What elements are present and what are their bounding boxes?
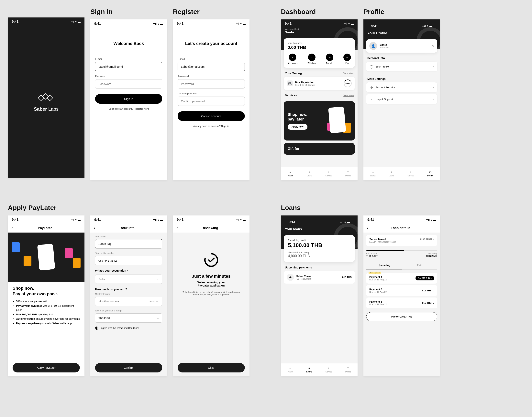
view-more-link[interactable]: View More	[343, 72, 354, 74]
signin-button[interactable]: Sign in	[95, 94, 162, 104]
promo-card-shop-now[interactable]: Shop now,pay later Apply now	[284, 101, 355, 140]
list-item-help-support[interactable]: ? Help & Support ›	[366, 94, 437, 104]
wifi-icon: ◊	[240, 218, 242, 221]
tab-loans[interactable]: ◈Loans	[307, 170, 312, 177]
payoff-button[interactable]: Pay off 2,583 THB	[366, 312, 437, 321]
pay-button[interactable]: Pay 846 THB ⌄	[415, 276, 434, 281]
signal-icon: ••ıl	[426, 218, 430, 221]
signal-icon: ••ıl	[344, 22, 347, 25]
back-button[interactable]: ‹	[94, 226, 95, 230]
tab-service[interactable]: ≡Service	[407, 170, 414, 177]
payment-row-5: Payment 5 Due on 19 Aug 22 816 THB ⌄	[366, 285, 437, 296]
playstation-icon: 🎮	[287, 81, 293, 86]
status-time: 9:41	[12, 20, 19, 24]
status-icons: ••ıl ◊ ▬	[71, 20, 81, 23]
status-bar: 9:41 ••ıl◊▬	[90, 20, 167, 27]
profile-name: Santa	[380, 43, 429, 46]
wifi-icon: ◊	[158, 22, 159, 25]
name-label: Your name	[95, 235, 162, 238]
plus-icon: +	[289, 53, 296, 61]
tab-loans[interactable]: ◈Loans	[389, 170, 394, 177]
battery-icon: ▬	[351, 22, 354, 25]
tab-profile[interactable]: ◯Profile	[427, 170, 433, 177]
loan-details-link[interactable]: Loan details ⌄	[420, 238, 434, 240]
create-account-button[interactable]: Create account	[178, 111, 245, 121]
tab-profile[interactable]: ◯Profile	[345, 366, 351, 373]
okay-button[interactable]: Okay	[178, 363, 245, 373]
terms-checkbox-row[interactable]: I agree with the Terms and Conditions	[95, 326, 162, 330]
back-button[interactable]: ‹	[11, 226, 13, 230]
action-withdraw[interactable]: ↓Withdraw	[308, 53, 316, 64]
email-field[interactable]	[95, 62, 162, 71]
password-label: Password	[95, 75, 162, 78]
tab-service[interactable]: ≡Service	[325, 170, 332, 177]
wallet-icon: ▭	[288, 366, 293, 370]
apply-now-button[interactable]: Apply now	[288, 124, 307, 130]
tab-loans[interactable]: ◈Loans	[306, 366, 312, 373]
signal-icon: ••ıl	[340, 220, 343, 224]
tab-service[interactable]: ≡Service	[325, 366, 332, 373]
wifi-icon: ◊	[344, 220, 346, 224]
name-field[interactable]	[95, 239, 162, 249]
profile-icon: ◯	[428, 170, 433, 174]
next-payment-badge: Next payment	[369, 271, 381, 274]
profile-screen: 9:41 ••ıl◊▬ Your Profile 👤 Santa #023423…	[363, 20, 440, 180]
wallet-icon: ▭	[288, 170, 293, 174]
tab-bar: ▭Wallet ◈Loans ≡Service ◯Profile	[281, 363, 358, 376]
action-add-money[interactable]: +Add Money	[288, 53, 298, 64]
tab-wallet[interactable]: ▭Wallet	[288, 366, 293, 373]
action-transfer[interactable]: ⇄Transfer	[326, 53, 333, 64]
confirm-password-field[interactable]	[178, 96, 245, 106]
section-title-apply: Apply PayLater	[8, 204, 250, 211]
apply-paylater-button[interactable]: Apply PayLater	[12, 363, 80, 373]
signin-link[interactable]: Sign in	[221, 125, 229, 127]
signal-icon: ••ıl	[236, 218, 239, 221]
paylater-intro-screen: 9:41 ••ıl◊▬ ‹ PayLater	[8, 216, 85, 376]
more-settings-section: More Settings	[363, 73, 440, 83]
section-title-loans: Loans	[281, 204, 440, 211]
living-question: Where do you earn a living?	[95, 310, 162, 312]
mobile-field[interactable]	[95, 256, 162, 265]
mobile-label: Your mobile number	[95, 252, 162, 254]
view-more-link[interactable]: View More	[343, 94, 354, 96]
tab-wallet[interactable]: ▭Wallet	[288, 170, 293, 177]
tab-paid[interactable]: Paid	[402, 261, 437, 270]
email-field[interactable]	[178, 62, 245, 71]
list-item-account-security[interactable]: ⊙ Account Security ›	[366, 83, 437, 92]
profile-id: #0234234	[380, 46, 429, 49]
service-icon: ≡	[326, 366, 331, 370]
saving-card[interactable]: 🎮 Buy Playstation Slim 1 TB 56 Games 80 …	[284, 77, 355, 90]
action-pay[interactable]: ⊞Pay	[343, 53, 351, 64]
payment-item[interactable]: ✈ Saber Travel 4/6 Repayment 816 THB	[284, 271, 355, 283]
profile-card: 👤 Santa #0234234 ✎	[366, 39, 437, 52]
payment-row-4: Next payment Payment 4 Due on 19 Aug 22 …	[366, 273, 437, 283]
tab-upcoming[interactable]: Upcoming	[366, 261, 402, 270]
register-screen: 9:41 ••ıl◊▬ Let's create your account E-…	[173, 20, 250, 180]
occupation-select[interactable]	[95, 274, 162, 284]
signal-icon: ••ıl	[422, 24, 426, 28]
status-bar: 9:41 ••ıl◊▬	[173, 20, 250, 27]
profile-icon: ◯	[346, 366, 350, 370]
register-link[interactable]: Register here	[134, 107, 149, 110]
credit-amount: 5,100.00 THB	[288, 242, 350, 249]
battery-icon: ▬	[78, 218, 81, 221]
edit-icon[interactable]: ✎	[432, 44, 434, 48]
wifi-icon: ◊	[348, 22, 350, 25]
password-field[interactable]	[95, 79, 162, 88]
promo-card-gift[interactable]: Gift for	[284, 143, 355, 155]
brand-name: Saber Labs	[34, 106, 58, 112]
tabs-row: Upcoming Paid	[366, 261, 437, 270]
tab-wallet[interactable]: ▭Wallet	[370, 170, 375, 177]
password-field[interactable]	[178, 79, 245, 88]
saving-section-title: Your Saving	[285, 72, 302, 75]
email-label: E-mail	[95, 58, 162, 61]
list-item-your-profile[interactable]: ◯ Your Profile ›	[366, 62, 437, 72]
signin-screen: 9:41 ••ıl◊▬ Welcome Back E-mail Password…	[90, 20, 167, 180]
status-bar: 9:41 ••ıl◊▬	[363, 216, 440, 223]
back-button[interactable]: ‹	[367, 226, 368, 230]
balance-card: Your balances 0.00 THB +Add Money ↓Withd…	[284, 38, 355, 68]
back-button[interactable]: ‹	[176, 226, 178, 230]
confirm-button[interactable]: Confirm	[95, 363, 162, 373]
tab-profile[interactable]: ◯Profile	[345, 170, 351, 177]
living-select[interactable]	[95, 313, 162, 323]
